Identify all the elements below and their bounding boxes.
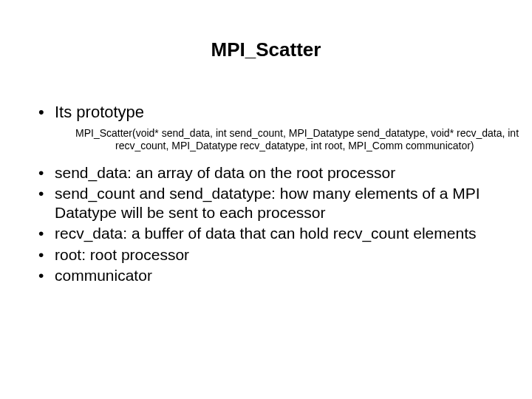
bullet-recv-data: recv_data: a buffer of data that can hol… — [35, 224, 501, 243]
bullet-communicator: communicator — [35, 266, 501, 285]
prototype-signature-block: MPI_Scatter(void* send_data, int send_co… — [35, 127, 501, 153]
bullet-root: root: root processor — [35, 245, 501, 265]
bullet-prototype: Its prototype — [35, 102, 501, 123]
slide-title: MPI_Scatter — [0, 38, 532, 61]
bullet-send-data: send_data: an array of data on the root … — [35, 163, 501, 183]
bullet-send-count: send_count and send_datatype: how many e… — [35, 184, 501, 223]
slide-body: Its prototype MPI_Scatter(void* send_dat… — [35, 102, 501, 287]
prototype-signature: MPI_Scatter(void* send_data, int send_co… — [75, 127, 529, 153]
slide: MPI_Scatter Its prototype MPI_Scatter(vo… — [0, 0, 532, 399]
